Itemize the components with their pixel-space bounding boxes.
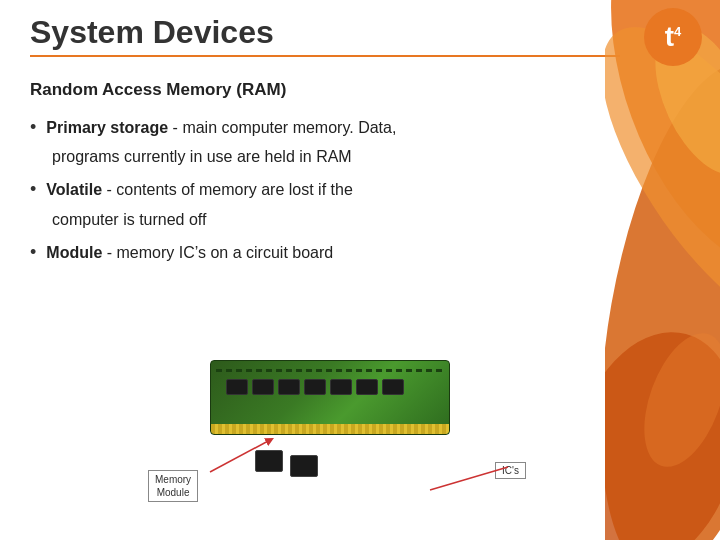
ics-label-text: IC's [502,465,519,476]
ram-chip-2 [252,379,274,395]
decorative-swirl [605,0,720,540]
bullet-continuation-1: programs currently in use are held in RA… [52,145,590,168]
logo: t4 [644,8,702,66]
ram-chip-5 [330,379,352,395]
bullet-text-2: Volatile - contents of memory are lost i… [46,178,352,201]
bullet-dot-2: • [30,179,36,200]
small-ic-1 [255,450,283,472]
label-ics: IC's [495,462,526,479]
ram-chips-row [226,379,404,395]
content-area: Random Access Memory (RAM) • Primary sto… [30,80,590,270]
ram-image [200,355,480,465]
term-volatile: Volatile [46,181,102,198]
ram-board [210,360,450,435]
title-bar: System Devices [30,14,620,57]
bullet-item-2: • Volatile - contents of memory are lost… [30,178,590,201]
label-memory-module: Memory Module [148,470,198,502]
ram-chip-7 [382,379,404,395]
subtitle: Random Access Memory (RAM) [30,80,590,100]
bullet-text-1: Primary storage - main computer memory. … [46,116,396,139]
bullet-dot-3: • [30,242,36,263]
small-ic-2 [290,455,318,477]
bullet-separator-2: - contents of memory are lost if the [102,181,353,198]
image-area [150,355,510,500]
ram-gold-edge [211,424,449,434]
term-module: Module [46,244,102,261]
bullet-item-3: • Module - memory IC’s on a circuit boar… [30,241,590,264]
bullet-text-3: Module - memory IC’s on a circuit board [46,241,333,264]
bullet-separator-3: - memory IC’s on a circuit board [102,244,333,261]
page-title: System Devices [30,14,620,51]
ram-chip-3 [278,379,300,395]
bullet-dot-1: • [30,117,36,138]
ram-chip-6 [356,379,378,395]
bullet-item-1: • Primary storage - main computer memory… [30,116,590,139]
logo-text: t4 [665,23,682,51]
ram-chip-1 [226,379,248,395]
title-underline [30,55,620,57]
ram-chip-4 [304,379,326,395]
term-primary-storage: Primary storage [46,119,168,136]
bullet-continuation-2: computer is turned off [52,208,590,231]
logo-letter: t [665,23,674,51]
slide: t4 System Devices Random Access Memory (… [0,0,720,540]
logo-superscript: 4 [674,25,681,38]
bullet-separator-1: - main computer memory. Data, [168,119,396,136]
